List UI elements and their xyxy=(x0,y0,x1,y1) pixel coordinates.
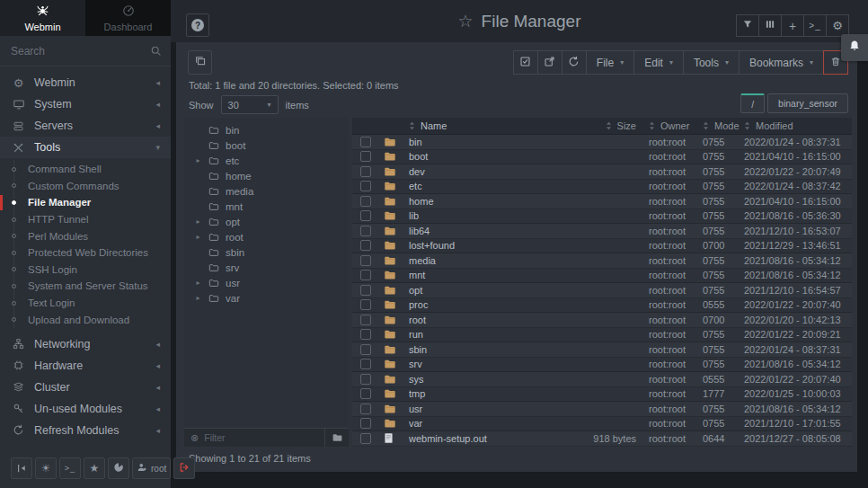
row-name[interactable]: usr xyxy=(409,404,570,414)
row-checkbox[interactable] xyxy=(360,359,371,369)
column-header-mode[interactable]: Mode xyxy=(703,120,744,131)
columns-button[interactable] xyxy=(758,14,782,37)
theme-button[interactable] xyxy=(108,457,129,479)
row-checkbox[interactable] xyxy=(360,418,371,429)
row-name[interactable]: var xyxy=(409,418,570,429)
tree-item-boot[interactable]: ▸ boot xyxy=(184,138,349,153)
row-checkbox[interactable] xyxy=(360,166,371,177)
table-row[interactable]: media root:root 0755 2021/08/16 - 05:34:… xyxy=(352,253,852,269)
table-row[interactable]: proc root:root 0555 2022/01/22 - 20:07:4… xyxy=(352,298,852,314)
row-name[interactable]: lost+found xyxy=(409,240,570,251)
row-name[interactable]: etc xyxy=(409,181,570,191)
table-row[interactable]: run root:root 0755 2022/01/22 - 20:09:21 xyxy=(352,328,852,343)
sidebar-item-perl-modules[interactable]: Perl Modules xyxy=(0,227,171,244)
clear-filter-icon[interactable]: ⊗ xyxy=(190,432,199,444)
table-row[interactable]: webmin-setup.out 918 bytes root:root 064… xyxy=(352,431,852,447)
notifications-tab[interactable] xyxy=(841,34,868,61)
sidebar-item-un-used-modules[interactable]: Un-used Modules ◂ xyxy=(0,398,171,420)
tree-item-etc[interactable]: ▸ etc xyxy=(184,153,349,168)
row-checkbox[interactable] xyxy=(360,329,371,340)
column-header-size[interactable]: Size xyxy=(570,120,649,131)
column-header-modified[interactable]: Modified xyxy=(744,120,852,131)
table-row[interactable]: sbin root:root 0755 2022/01/24 - 08:37:3… xyxy=(352,342,852,358)
table-row[interactable]: lost+found root:root 0700 2021/12/29 - 1… xyxy=(352,239,852,254)
tree-item-home[interactable]: ▸ home xyxy=(184,168,349,183)
row-name[interactable]: tmp xyxy=(409,388,570,399)
tree-item-usr[interactable]: ▸ usr xyxy=(184,275,349,290)
table-row[interactable]: lib64 root:root 0755 2021/12/10 - 16:53:… xyxy=(352,224,852,239)
tree-item-root[interactable]: ▸ root xyxy=(184,229,349,244)
user-button[interactable]: root xyxy=(132,457,171,479)
row-checkbox[interactable] xyxy=(360,137,371,147)
row-name[interactable]: opt xyxy=(409,285,570,296)
sidebar-item-custom-commands[interactable]: Custom Commands xyxy=(0,178,171,195)
row-name[interactable]: run xyxy=(409,329,570,340)
menu-file[interactable]: File▾ xyxy=(586,50,634,75)
sidebar-item-upload-and-download[interactable]: Upload and Download xyxy=(0,311,171,328)
sidebar-item-ssh-login[interactable]: SSH Login xyxy=(0,262,171,279)
night-mode-button[interactable]: ☀ xyxy=(35,457,57,479)
refresh-button[interactable] xyxy=(562,50,587,75)
row-name[interactable]: media xyxy=(409,255,570,266)
share-button[interactable] xyxy=(537,50,562,75)
table-row[interactable]: lib root:root 0755 2021/08/16 - 05:36:30 xyxy=(352,209,852,225)
breadcrumb-binary-sensor[interactable]: binary_sensor xyxy=(767,93,848,113)
row-checkbox[interactable] xyxy=(360,226,371,236)
row-name[interactable]: lib xyxy=(409,210,570,221)
folder-select-button[interactable] xyxy=(324,429,349,447)
filter-button[interactable] xyxy=(736,14,759,37)
row-name[interactable]: sbin xyxy=(409,344,570,355)
sidebar-item-cluster[interactable]: Cluster ◂ xyxy=(0,377,171,398)
sidebar-item-system[interactable]: System ◂ xyxy=(0,93,171,115)
row-checkbox[interactable] xyxy=(360,240,371,251)
filter-input[interactable] xyxy=(204,432,324,443)
sidebar-item-networking[interactable]: Networking ◂ xyxy=(0,333,171,355)
row-name[interactable]: home xyxy=(409,196,570,207)
row-checkbox[interactable] xyxy=(360,374,371,385)
table-row[interactable]: srv root:root 0755 2021/08/16 - 05:34:12 xyxy=(352,358,852,373)
row-checkbox[interactable] xyxy=(360,151,371,162)
column-header-owner[interactable]: Owner xyxy=(649,120,703,131)
sidebar-item-refresh-modules[interactable]: Refresh Modules ◂ xyxy=(0,420,171,441)
row-name[interactable]: srv xyxy=(409,359,570,369)
table-row[interactable]: opt root:root 0755 2021/12/10 - 16:54:57 xyxy=(352,283,852,298)
logout-button[interactable] xyxy=(173,457,195,479)
sidebar-item-system-and-server-status[interactable]: System and Server Status xyxy=(0,278,171,295)
sidebar-item-protected-web-directories[interactable]: Protected Web Directories xyxy=(0,244,171,262)
row-name[interactable]: webmin-setup.out xyxy=(409,433,570,444)
expand-arrow-icon[interactable]: ▸ xyxy=(194,294,202,302)
tree-item-var[interactable]: ▸ var xyxy=(184,290,349,306)
tab-dashboard[interactable]: Dashboard xyxy=(85,0,171,36)
row-name[interactable]: mnt xyxy=(409,270,570,280)
breadcrumb-root[interactable]: / xyxy=(740,93,765,113)
tab-webmin[interactable]: Webmin xyxy=(0,0,85,36)
tree-item-media[interactable]: ▸ media xyxy=(184,183,349,199)
add-button[interactable]: + xyxy=(781,14,804,37)
tree-item-bin[interactable]: ▸ bin xyxy=(184,122,349,138)
expand-arrow-icon[interactable]: ▸ xyxy=(194,217,202,226)
row-checkbox[interactable] xyxy=(360,210,371,221)
menu-edit[interactable]: Edit▾ xyxy=(633,50,684,75)
row-name[interactable]: dev xyxy=(409,166,570,177)
row-checkbox[interactable] xyxy=(360,404,371,414)
expand-arrow-icon[interactable]: ▸ xyxy=(194,279,202,287)
table-row[interactable]: mnt root:root 0755 2021/08/16 - 05:34:12 xyxy=(352,269,852,284)
row-name[interactable]: root xyxy=(409,315,570,325)
shell-button[interactable]: >_ xyxy=(803,14,827,37)
table-row[interactable]: sys root:root 0555 2022/01/22 - 20:07:40 xyxy=(352,372,852,387)
row-name[interactable]: lib64 xyxy=(409,226,570,236)
select-all-button[interactable] xyxy=(513,50,538,75)
sidebar-item-file-manager[interactable]: File Manager xyxy=(0,194,171,211)
table-row[interactable]: dev root:root 0755 2022/01/22 - 20:07:49 xyxy=(352,164,852,180)
search-input[interactable] xyxy=(11,45,150,58)
sidebar-item-text-login[interactable]: Text Login xyxy=(0,295,171,312)
table-row[interactable]: bin root:root 0755 2022/01/24 - 08:37:31 xyxy=(352,135,852,150)
sidebar-item-servers[interactable]: Servers ◂ xyxy=(0,115,171,137)
row-name[interactable]: boot xyxy=(409,151,570,162)
row-checkbox[interactable] xyxy=(360,299,371,310)
collapse-sidebar-button[interactable] xyxy=(11,457,32,479)
tree-item-srv[interactable]: ▸ srv xyxy=(184,260,349,275)
tree-item-mnt[interactable]: ▸ mnt xyxy=(184,199,349,214)
table-row[interactable]: usr root:root 0755 2021/08/16 - 05:34:12 xyxy=(352,402,852,417)
items-per-page-select[interactable]: 30 ▾ xyxy=(221,95,279,114)
